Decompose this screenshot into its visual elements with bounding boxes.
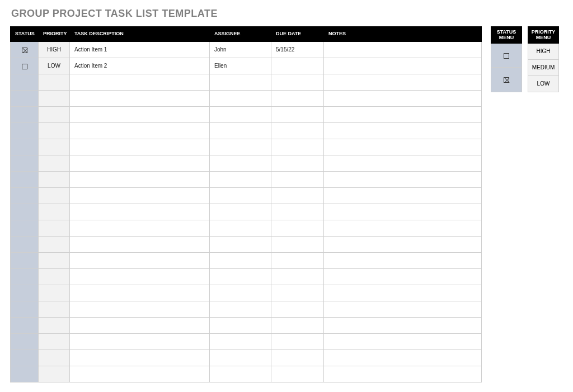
notes-cell[interactable]	[324, 171, 482, 187]
assignee-cell[interactable]	[210, 285, 271, 301]
task-cell[interactable]	[70, 301, 210, 317]
priority-menu-option[interactable]: MEDIUM	[528, 59, 559, 75]
assignee-cell[interactable]	[210, 317, 271, 333]
notes-cell[interactable]	[324, 268, 482, 285]
due-cell[interactable]	[271, 285, 324, 301]
priority-cell[interactable]	[39, 74, 70, 90]
priority-menu-option[interactable]: LOW	[528, 75, 559, 92]
priority-cell[interactable]	[39, 350, 70, 366]
task-cell[interactable]	[70, 122, 210, 139]
status-cell[interactable]	[11, 252, 39, 268]
assignee-cell[interactable]	[210, 171, 271, 187]
priority-cell[interactable]	[39, 220, 70, 236]
status-cell[interactable]	[11, 139, 39, 155]
priority-cell[interactable]	[39, 252, 70, 268]
task-cell[interactable]	[70, 333, 210, 350]
task-cell[interactable]	[70, 155, 210, 171]
notes-cell[interactable]	[324, 41, 482, 58]
notes-cell[interactable]	[324, 350, 482, 366]
priority-cell[interactable]	[39, 106, 70, 122]
notes-cell[interactable]	[324, 220, 482, 236]
assignee-cell[interactable]	[210, 187, 271, 204]
status-cell[interactable]	[11, 74, 39, 90]
due-cell[interactable]	[271, 236, 324, 252]
task-cell[interactable]	[70, 252, 210, 268]
status-cell[interactable]	[11, 58, 39, 74]
notes-cell[interactable]	[324, 333, 482, 350]
assignee-cell[interactable]: Ellen	[210, 58, 271, 74]
status-cell[interactable]	[11, 236, 39, 252]
priority-cell[interactable]: LOW	[39, 58, 70, 74]
status-cell[interactable]	[11, 41, 39, 58]
assignee-cell[interactable]	[210, 268, 271, 285]
task-cell[interactable]: Action Item 2	[70, 58, 210, 74]
status-cell[interactable]	[11, 333, 39, 350]
due-cell[interactable]	[271, 333, 324, 350]
priority-cell[interactable]	[39, 366, 70, 382]
priority-cell[interactable]	[39, 268, 70, 285]
priority-cell[interactable]	[39, 171, 70, 187]
priority-cell[interactable]: HIGH	[39, 41, 70, 58]
task-cell[interactable]	[70, 171, 210, 187]
due-cell[interactable]	[271, 106, 324, 122]
status-menu-option[interactable]	[491, 68, 522, 92]
priority-cell[interactable]	[39, 285, 70, 301]
task-cell[interactable]	[70, 236, 210, 252]
task-cell[interactable]	[70, 220, 210, 236]
due-cell[interactable]	[271, 252, 324, 268]
due-cell[interactable]	[271, 204, 324, 220]
due-cell[interactable]	[271, 90, 324, 106]
assignee-cell[interactable]	[210, 333, 271, 350]
notes-cell[interactable]	[324, 90, 482, 106]
task-cell[interactable]	[70, 187, 210, 204]
notes-cell[interactable]	[324, 285, 482, 301]
status-cell[interactable]	[11, 106, 39, 122]
task-cell[interactable]	[70, 317, 210, 333]
task-cell[interactable]	[70, 90, 210, 106]
due-cell[interactable]	[271, 155, 324, 171]
priority-cell[interactable]	[39, 155, 70, 171]
status-menu-option[interactable]	[491, 43, 522, 68]
due-cell[interactable]	[271, 220, 324, 236]
assignee-cell[interactable]	[210, 350, 271, 366]
due-cell[interactable]	[271, 139, 324, 155]
due-cell[interactable]	[271, 122, 324, 139]
task-cell[interactable]	[70, 350, 210, 366]
assignee-cell[interactable]	[210, 122, 271, 139]
assignee-cell[interactable]	[210, 90, 271, 106]
assignee-cell[interactable]	[210, 74, 271, 90]
task-cell[interactable]	[70, 139, 210, 155]
status-cell[interactable]	[11, 220, 39, 236]
notes-cell[interactable]	[324, 74, 482, 90]
due-cell[interactable]	[271, 350, 324, 366]
status-cell[interactable]	[11, 155, 39, 171]
assignee-cell[interactable]	[210, 204, 271, 220]
priority-cell[interactable]	[39, 204, 70, 220]
notes-cell[interactable]	[324, 139, 482, 155]
due-cell[interactable]	[271, 74, 324, 90]
priority-cell[interactable]	[39, 139, 70, 155]
assignee-cell[interactable]	[210, 236, 271, 252]
task-cell[interactable]	[70, 74, 210, 90]
notes-cell[interactable]	[324, 252, 482, 268]
assignee-cell[interactable]	[210, 301, 271, 317]
priority-cell[interactable]	[39, 317, 70, 333]
due-cell[interactable]	[271, 58, 324, 74]
notes-cell[interactable]	[324, 122, 482, 139]
status-cell[interactable]	[11, 204, 39, 220]
due-cell[interactable]	[271, 301, 324, 317]
task-cell[interactable]	[70, 285, 210, 301]
task-cell[interactable]	[70, 366, 210, 382]
status-cell[interactable]	[11, 350, 39, 366]
notes-cell[interactable]	[324, 106, 482, 122]
status-cell[interactable]	[11, 317, 39, 333]
priority-cell[interactable]	[39, 333, 70, 350]
notes-cell[interactable]	[324, 187, 482, 204]
notes-cell[interactable]	[324, 317, 482, 333]
assignee-cell[interactable]	[210, 139, 271, 155]
due-cell[interactable]	[271, 317, 324, 333]
task-cell[interactable]: Action Item 1	[70, 41, 210, 58]
due-cell[interactable]	[271, 187, 324, 204]
priority-cell[interactable]	[39, 301, 70, 317]
notes-cell[interactable]	[324, 236, 482, 252]
